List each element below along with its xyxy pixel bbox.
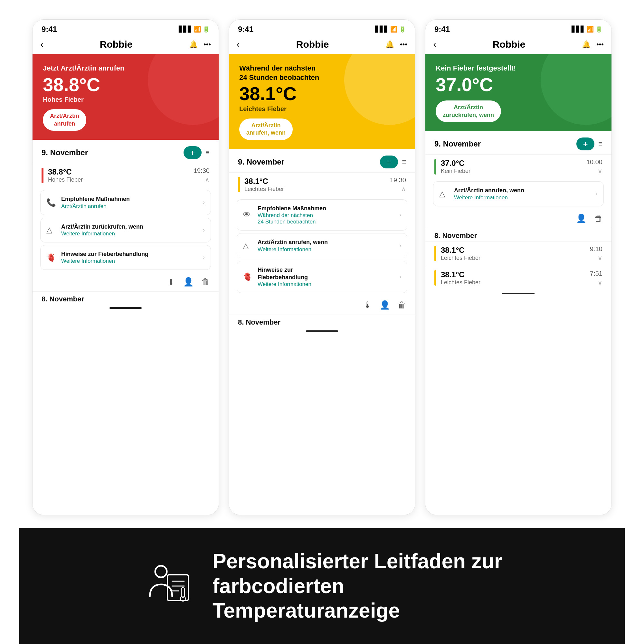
measurement-row-red: 38.8°C Hohes Fieber 19:30 ∧ xyxy=(33,163,219,187)
date-row-red: 9. November + ≡ xyxy=(33,140,219,163)
action-card-green-0[interactable]: △ Arzt/Ärztin anrufen, wenn Weitere Info… xyxy=(433,181,604,206)
status-time-red: 9:41 xyxy=(42,25,57,34)
alert-btn-green[interactable]: Arzt/Ärztinzurückrufen, wenn xyxy=(436,100,501,122)
measurement-row-green-3: 38.1°C Leichtes Fieber 7:51 ∨ xyxy=(425,266,611,290)
measurement-type-yellow: Leichtes Fieber xyxy=(244,186,390,193)
status-time-yellow: 9:41 xyxy=(238,25,253,34)
svg-rect-1 xyxy=(167,575,188,601)
action-title-yellow-2: Hinweise zurFieberbehandlung xyxy=(258,266,395,281)
scroll-indicator-red xyxy=(109,307,142,309)
thermometer-icon-yellow[interactable]: 🌡 xyxy=(364,300,372,310)
color-bar-green xyxy=(434,159,436,175)
action-text-red-0: Empfohlene Maßnahmen Arzt/Ärztin anrufen xyxy=(61,195,198,209)
action-sub-yellow-1: Weitere Informationen xyxy=(258,246,395,253)
alarm-icon-yellow[interactable]: 🔔 xyxy=(385,40,394,49)
person-icon-yellow[interactable]: 👤 xyxy=(380,300,390,310)
filter-icon-green[interactable]: ≡ xyxy=(598,140,602,148)
alarm-icon-red[interactable]: 🔔 xyxy=(189,40,198,49)
color-bar-green-extra2 xyxy=(434,270,436,286)
action-card-red-0[interactable]: 📞 Empfohlene Maßnahmen Arzt/Ärztin anruf… xyxy=(40,190,211,215)
bottom-banner: Personalisierter Leitfaden zur farbcodie… xyxy=(19,528,625,644)
measurement-temp-red: 38.8°C xyxy=(48,167,194,176)
status-icons-green: ▋▋▋ 📶 🔋 xyxy=(572,26,602,33)
action-card-yellow-0[interactable]: 👁 Empfohlene Maßnahmen Während der nächs… xyxy=(237,199,407,231)
measurement-time-red: 19:30 xyxy=(194,167,210,175)
measurement-type-green-extra1: Leichtes Fieber xyxy=(441,255,590,261)
alert-banner-green: Kein Fieber festgestellt! 37.0°C Arzt/Är… xyxy=(425,54,611,131)
action-text-red-1: Arzt/Ärztin zurückrufen, wenn Weitere In… xyxy=(61,223,198,237)
nav-icons-red: 🔔 ••• xyxy=(189,40,211,49)
trash-icon-yellow[interactable]: 🗑 xyxy=(398,300,406,310)
more-icon-green[interactable]: ••• xyxy=(596,40,604,49)
add-btn-green[interactable]: + xyxy=(576,137,594,150)
person-icon-red[interactable]: 👤 xyxy=(183,277,194,287)
alert-circle-red xyxy=(148,54,219,125)
nav-title-green: Robbie xyxy=(493,39,526,50)
action-text-yellow-0: Empfohlene Maßnahmen Während der nächste… xyxy=(258,205,395,225)
trash-icon-red[interactable]: 🗑 xyxy=(201,277,210,287)
alert-btn-red[interactable]: Arzt/Ärztinanrufen xyxy=(43,109,86,131)
add-btn-red[interactable]: + xyxy=(184,146,202,159)
back-button-red[interactable]: ‹ xyxy=(40,39,43,50)
action-chevron-yellow-1: › xyxy=(399,242,401,249)
action-text-yellow-2: Hinweise zurFieberbehandlung Weitere Inf… xyxy=(258,266,395,288)
more-icon-yellow[interactable]: ••• xyxy=(400,40,407,49)
person-icon-green[interactable]: 👤 xyxy=(576,213,586,223)
action-title-red-2: Hinweise zur Fieberbehandlung xyxy=(61,251,198,258)
trash-icon-green[interactable]: 🗑 xyxy=(594,213,602,223)
measurement-right-green: 10:00 ∨ xyxy=(586,158,602,175)
date-label-red: 9. November xyxy=(42,148,180,157)
action-title-yellow-0: Empfohlene Maßnahmen xyxy=(258,205,395,212)
measurement-row-green: 37.0°C Kein Fieber 10:00 ∨ xyxy=(425,154,611,179)
measurement-right-red: 19:30 ∧ xyxy=(194,167,210,184)
alarm-icon-green[interactable]: 🔔 xyxy=(582,40,591,49)
thermometer-icon-red[interactable]: 🌡 xyxy=(167,277,175,287)
scroll-indicator-yellow xyxy=(306,330,338,332)
back-button-green[interactable]: ‹ xyxy=(433,39,436,50)
action-icon-yellow-0: 👁 xyxy=(243,210,253,219)
alert-btn-yellow[interactable]: Arzt/Ärztinanrufen, wenn xyxy=(239,118,293,140)
section-date2-red: 8. November xyxy=(33,291,219,305)
action-icon-red-1: △ xyxy=(46,225,57,234)
chevron-down-green-extra1[interactable]: ∨ xyxy=(598,254,602,262)
action-title-red-1: Arzt/Ärztin zurückrufen, wenn xyxy=(61,223,198,231)
action-card-red-1[interactable]: △ Arzt/Ärztin zurückrufen, wenn Weitere … xyxy=(40,218,211,242)
action-card-yellow-2[interactable]: 🫀 Hinweise zurFieberbehandlung Weitere I… xyxy=(237,261,407,293)
action-icon-yellow-2: 🫀 xyxy=(243,272,253,281)
alert-circle-yellow xyxy=(344,54,415,125)
chevron-down-green[interactable]: ∨ xyxy=(598,167,602,175)
action-chevron-red-1: › xyxy=(203,227,205,233)
banner-icon xyxy=(143,562,192,610)
add-btn-yellow[interactable]: + xyxy=(380,156,398,168)
measurement-temp-yellow: 38.1°C xyxy=(244,177,390,186)
action-card-red-2[interactable]: 🫀 Hinweise zur Fieberbehandlung Weitere … xyxy=(40,245,211,270)
nav-bar-yellow: ‹ Robbie 🔔 ••• xyxy=(229,36,415,54)
nav-title-red: Robbie xyxy=(100,39,133,50)
action-text-red-2: Hinweise zur Fieberbehandlung Weitere In… xyxy=(61,251,198,264)
action-card-yellow-1[interactable]: △ Arzt/Ärztin anrufen, wenn Weitere Info… xyxy=(237,233,407,258)
chevron-up-yellow[interactable]: ∧ xyxy=(401,185,406,193)
nav-icons-yellow: 🔔 ••• xyxy=(385,40,407,49)
action-title-yellow-1: Arzt/Ärztin anrufen, wenn xyxy=(258,239,395,246)
filter-icon-red[interactable]: ≡ xyxy=(205,148,210,157)
measurement-info-green: 37.0°C Kein Fieber xyxy=(441,159,586,175)
back-button-yellow[interactable]: ‹ xyxy=(237,39,240,50)
action-icon-red-0: 📞 xyxy=(46,198,57,207)
filter-icon-yellow[interactable]: ≡ xyxy=(402,158,406,166)
measurement-row-yellow: 38.1°C Leichtes Fieber 19:30 ∧ xyxy=(229,172,415,197)
chevron-down-green-extra2[interactable]: ∨ xyxy=(598,279,602,286)
bottom-icons-green: 👤 🗑 xyxy=(425,209,611,228)
measurement-time-green: 10:00 xyxy=(586,158,602,166)
bottom-icons-yellow: 🌡 👤 🗑 xyxy=(229,296,415,315)
chevron-up-red[interactable]: ∧ xyxy=(205,176,210,184)
phone-red: 9:41 ▋▋▋ 📶 🔋 ‹ Robbie 🔔 ••• Jetzt Arzt/Ä… xyxy=(32,19,219,515)
nav-title-yellow: Robbie xyxy=(296,39,329,50)
date-row-green: 9. November + ≡ xyxy=(425,131,611,154)
more-icon-red[interactable]: ••• xyxy=(204,40,211,49)
measurement-info-green-extra2: 38.1°C Leichtes Fieber xyxy=(441,270,590,286)
measurement-info-yellow: 38.1°C Leichtes Fieber xyxy=(244,177,390,193)
action-chevron-green-0: › xyxy=(596,190,598,197)
action-chevron-yellow-2: › xyxy=(399,273,401,280)
color-bar-yellow xyxy=(238,177,240,192)
alert-circle-green xyxy=(541,54,611,125)
